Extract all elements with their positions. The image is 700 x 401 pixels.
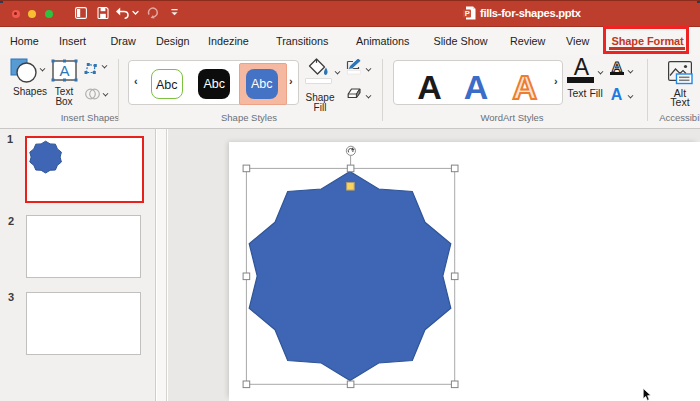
svg-text:P: P (465, 8, 470, 17)
svg-text:A: A (59, 62, 69, 79)
